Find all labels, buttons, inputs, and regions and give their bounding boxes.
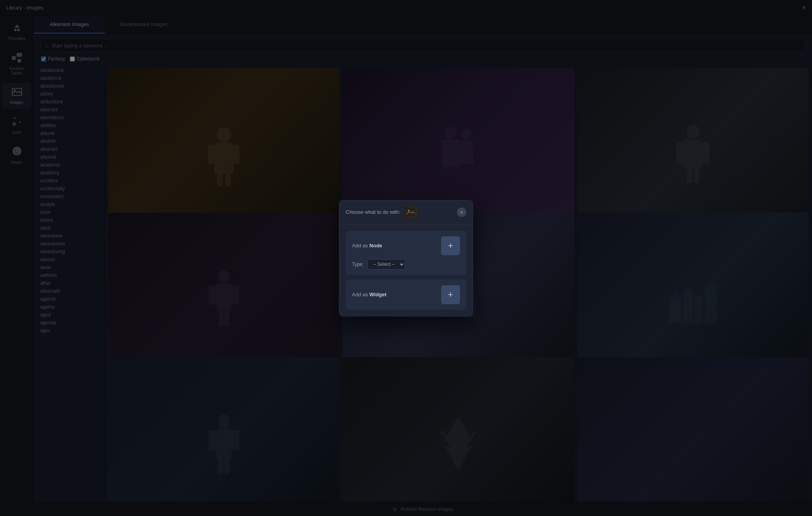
modal-add-widget-button[interactable]: + <box>441 285 460 304</box>
modal-body: Add as Node + Type: – Select – Add as Wi… <box>339 224 473 316</box>
modal-node-label: Add as Node <box>352 243 382 249</box>
modal-node-section: Add as Node + Type: – Select – <box>346 231 466 275</box>
modal-title: Choose what to do with: <box>346 209 400 215</box>
modal-header-content: Choose what to do with: <box>346 206 417 219</box>
modal-type-row: Type: – Select – <box>352 259 460 269</box>
modal-image-thumb <box>404 206 417 219</box>
modal-type-select[interactable]: – Select – <box>367 259 405 269</box>
modal-overlay[interactable]: Choose what to do with: × Add as Nod <box>0 0 812 516</box>
modal-close-button[interactable]: × <box>457 208 466 217</box>
modal-node-top: Add as Node + <box>352 236 460 255</box>
modal-widget-bold: Widget <box>369 292 386 297</box>
modal-widget-label: Add as Widget <box>352 292 386 297</box>
modal-dialog: Choose what to do with: × Add as Nod <box>339 200 473 316</box>
modal-widget-section: Add as Widget + <box>346 280 466 310</box>
modal-node-bold: Node <box>369 243 382 249</box>
svg-point-51 <box>408 210 410 211</box>
modal-add-node-button[interactable]: + <box>441 236 460 255</box>
modal-header: Choose what to do with: × <box>339 200 473 224</box>
modal-type-label: Type: <box>352 262 363 267</box>
